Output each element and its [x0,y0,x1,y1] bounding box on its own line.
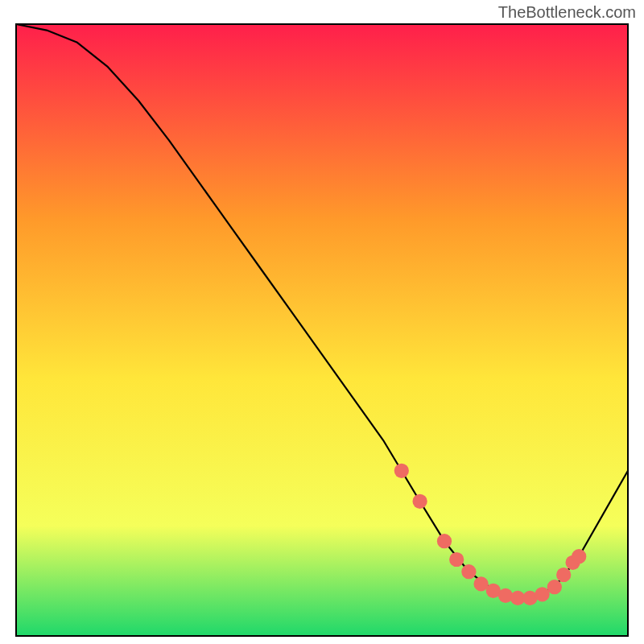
highlight-dot [437,534,452,548]
plot-background [16,24,628,636]
highlight-dot [394,464,409,478]
highlight-dot [556,568,571,582]
highlight-dot [461,564,476,579]
highlight-dot [449,552,464,567]
highlight-dot [572,549,586,564]
highlight-dot [535,587,549,601]
highlight-dot [547,580,562,594]
highlight-dot [498,588,513,603]
highlight-dot [412,494,427,509]
chart-svg [0,0,644,644]
chart-container: TheBottleneck.com [0,0,644,644]
